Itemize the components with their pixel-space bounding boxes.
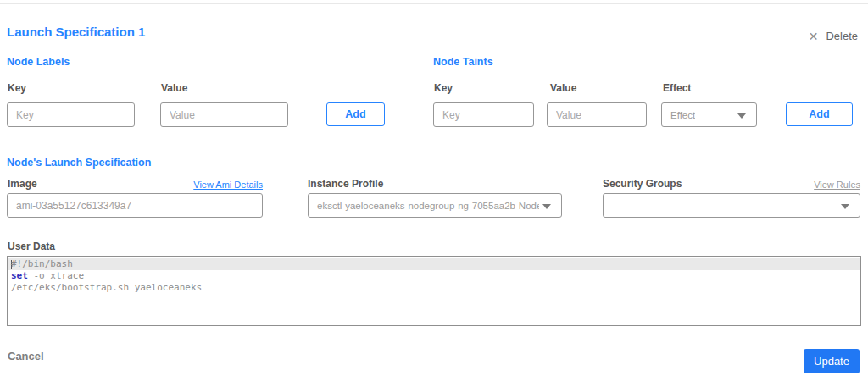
instance-profile-label: Instance Profile	[308, 178, 383, 190]
node-labels-value-input[interactable]	[160, 102, 288, 127]
instance-profile-select[interactable]: eksctl-yaeloceaneks-nodegroup-ng-7055aa2…	[308, 193, 562, 218]
chevron-down-icon	[542, 204, 551, 209]
close-icon: ✕	[809, 30, 819, 42]
update-button[interactable]: Update	[804, 349, 860, 373]
top-divider	[0, 3, 868, 4]
security-groups-label-row: Security Groups View Rules	[603, 178, 860, 190]
code-line[interactable]: set -o xtrace	[8, 270, 860, 282]
delete-button[interactable]: ✕ Delete	[809, 30, 858, 42]
code-line[interactable]: /etc/eks/bootstrap.sh yaeloceaneks	[8, 282, 860, 294]
chevron-down-icon	[841, 204, 849, 209]
footer-divider	[0, 340, 868, 340]
view-ami-details-link[interactable]: View Ami Details	[193, 180, 263, 190]
node-taints-value-input[interactable]	[547, 102, 647, 127]
image-label-row: Image View Ami Details	[8, 178, 263, 190]
node-taints-add-button[interactable]: Add	[786, 102, 853, 126]
node-labels-add-button[interactable]: Add	[326, 102, 385, 126]
code-segment: /etc/eks/bootstrap.sh yaeloceaneks	[11, 282, 202, 293]
chevron-down-icon	[737, 113, 746, 119]
node-labels-key-input[interactable]	[7, 102, 135, 127]
code-segment: #!/bin/bash	[11, 258, 73, 269]
security-groups-label: Security Groups	[603, 178, 682, 190]
node-taints-effect-select[interactable]: Effect	[661, 102, 757, 127]
node-taints-key-label: Key	[434, 82, 453, 94]
code-line[interactable]: #!/bin/bash	[8, 258, 860, 270]
effect-select-value: Effect	[670, 110, 695, 120]
launch-spec-section-title: Node's Launch Specification	[7, 157, 151, 169]
instance-profile-value: eksctl-yaeloceaneks-nodegroup-ng-7055aa2…	[317, 201, 539, 211]
user-data-label: User Data	[8, 241, 55, 252]
node-taints-value-label: Value	[550, 82, 576, 94]
node-taints-key-input[interactable]	[433, 102, 534, 127]
node-labels-value-label: Value	[161, 82, 187, 94]
code-segment: set	[11, 270, 28, 281]
launch-specification-panel: Launch Specification 1 ✕ Delete Node Lab…	[0, 0, 868, 376]
image-label: Image	[8, 178, 37, 190]
node-taints-section-title: Node Taints	[433, 56, 493, 68]
delete-button-label: Delete	[826, 30, 858, 42]
code-lines-container: #!/bin/bashset -o xtrace/etc/eks/bootstr…	[8, 257, 860, 294]
node-taints-effect-label: Effect	[663, 82, 691, 94]
view-rules-link[interactable]: View Rules	[814, 180, 860, 190]
code-segment: -o xtrace	[28, 270, 84, 281]
user-data-editor[interactable]: #!/bin/bashset -o xtrace/etc/eks/bootstr…	[7, 256, 861, 326]
cancel-button[interactable]: Cancel	[8, 350, 44, 362]
page-title: Launch Specification 1	[7, 25, 145, 39]
image-input[interactable]	[7, 193, 263, 218]
node-labels-key-label: Key	[8, 82, 26, 94]
node-labels-section-title: Node Labels	[7, 56, 70, 68]
security-groups-select[interactable]	[603, 193, 860, 218]
